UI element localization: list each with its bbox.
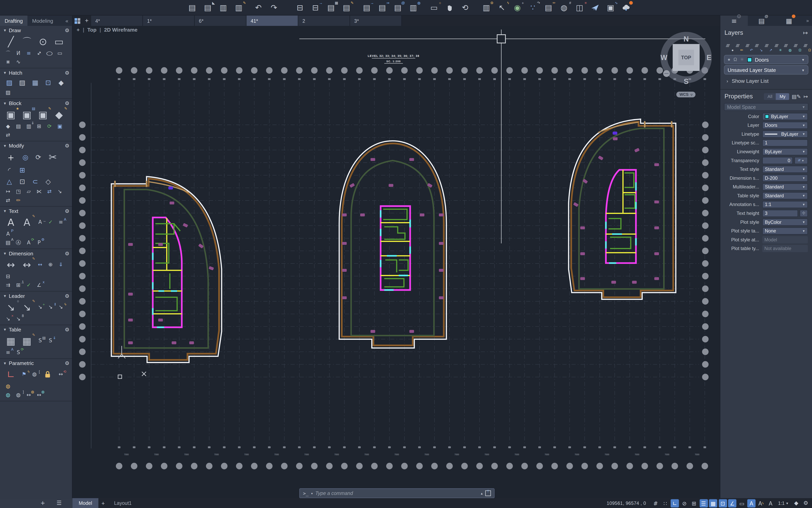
- gear-icon[interactable]: ⚙: [65, 143, 71, 149]
- new-drawing-button[interactable]: +: [82, 17, 91, 25]
- property-select[interactable]: Standard▼: [762, 166, 808, 173]
- layers-tab-icon[interactable]: ≡ⓘ: [729, 15, 739, 26]
- gear-icon[interactable]: ⚙: [65, 208, 71, 214]
- graphics-performance-icon[interactable]: ◆: [792, 499, 800, 507]
- ellipse-icon[interactable]: ○: [44, 49, 55, 57]
- quick-select-icon[interactable]: ↖ϟ: [496, 2, 507, 13]
- collapse-caret-icon[interactable]: ▼: [3, 294, 7, 298]
- drawing-tab-1[interactable]: 1*: [143, 15, 195, 26]
- transparency-slider[interactable]: 0: [762, 157, 793, 164]
- table-download-icon[interactable]: S⇓: [47, 337, 54, 344]
- hatch-set-icon[interactable]: ▨: [4, 88, 12, 96]
- layer-unisolate-icon[interactable]: ≡↗: [762, 41, 771, 51]
- show-layer-list[interactable]: › Show Layer List: [720, 76, 812, 86]
- left-plan-core[interactable]: [153, 217, 182, 327]
- cloud-upload-icon[interactable]: [621, 2, 632, 13]
- layer-lock-icon[interactable]: ≡Ω: [791, 41, 800, 51]
- collapse-caret-icon[interactable]: ▼: [3, 209, 7, 213]
- gear-icon[interactable]: ⚙: [65, 361, 71, 366]
- block-swap-icon[interactable]: ⇄: [4, 131, 12, 139]
- text-style-icon[interactable]: A_: [36, 218, 44, 226]
- collapse-caret-icon[interactable]: ▼: [3, 144, 7, 147]
- layout1-tab[interactable]: Layout1: [108, 498, 138, 508]
- swap-icon[interactable]: ⇄: [4, 196, 12, 204]
- copy-icon[interactable]: ◎: [20, 152, 31, 162]
- open-file-icon[interactable]: ▤◣: [202, 2, 214, 13]
- spell-check-icon[interactable]: ✓: [47, 218, 54, 226]
- add-panel-icon[interactable]: +: [41, 500, 45, 506]
- join-icon[interactable]: ⇄: [46, 187, 53, 195]
- command-share-icon[interactable]: ↑: [485, 491, 491, 496]
- reference-manager-icon[interactable]: ◫≡: [574, 2, 585, 13]
- text-export-icon[interactable]: ▤A: [4, 239, 12, 247]
- multiline-icon[interactable]: ≡: [25, 49, 33, 57]
- lengthen-icon[interactable]: ↦: [4, 187, 12, 195]
- center-plan-wall[interactable]: [342, 143, 444, 345]
- polyline-icon[interactable]: И: [14, 49, 22, 57]
- viewcube-south[interactable]: S: [684, 77, 688, 86]
- gear-icon[interactable]: ⚙: [65, 293, 71, 299]
- collapse-caret-icon[interactable]: ▼: [3, 252, 7, 255]
- command-input[interactable]: Type a command: [315, 491, 478, 496]
- property-input[interactable]: 1: [762, 139, 808, 146]
- layer-isolate-icon[interactable]: ≡↘: [752, 41, 761, 51]
- print-icon[interactable]: ⊟: [294, 2, 306, 13]
- viewcube-north[interactable]: N: [683, 35, 689, 43]
- references-tab-icon[interactable]: ▤@: [756, 15, 767, 26]
- explode-icon[interactable]: ◇: [43, 176, 53, 186]
- model-space-view[interactable]: 7000700070007000700070007000700070007000…: [73, 26, 720, 498]
- measure-icon[interactable]: ↔: [34, 48, 45, 59]
- dynamic-input-icon[interactable]: ☰: [700, 499, 708, 507]
- gradient-icon[interactable]: ▦: [30, 77, 40, 87]
- layer-match-icon[interactable]: ≡✏: [733, 41, 742, 51]
- pan-icon[interactable]: [444, 2, 455, 13]
- mleader-align-icon[interactable]: ↘‖: [47, 303, 54, 311]
- annotation-visibility-icon[interactable]: A: [766, 499, 775, 507]
- layer-color-swatch[interactable]: [747, 57, 752, 62]
- hatch-icon[interactable]: ▨: [4, 77, 14, 87]
- drawing-tab-6[interactable]: 6*: [195, 15, 246, 26]
- center-plan-core[interactable]: [381, 206, 410, 290]
- drawing-tab-3[interactable]: 3*: [350, 15, 402, 26]
- line-icon[interactable]: ╱: [4, 35, 17, 48]
- undo-icon[interactable]: ↶: [253, 2, 264, 13]
- command-history-caret[interactable]: ▾: [311, 492, 313, 495]
- attribute-display-icon[interactable]: ▤: [14, 122, 22, 130]
- arc-icon[interactable]: ⌒: [20, 35, 34, 48]
- tab-modeling[interactable]: Modeling: [28, 15, 58, 26]
- viewcube-west[interactable]: W: [661, 53, 668, 61]
- table-export-icon[interactable]: S▤: [36, 337, 44, 344]
- units-icon[interactable]: ◍#: [558, 2, 570, 13]
- table-icon[interactable]: ▦: [4, 334, 17, 347]
- table-sync-icon[interactable]: S⟳: [14, 348, 22, 356]
- page-setup-icon[interactable]: ▤▦: [325, 2, 337, 13]
- filter-all-button[interactable]: All: [764, 93, 776, 100]
- dim-edit-icon[interactable]: ↔✎: [20, 258, 34, 271]
- layer-lock-icon[interactable]: Ω: [734, 57, 737, 62]
- object-isolate-icon[interactable]: ▭: [738, 499, 746, 507]
- geolocation-icon[interactable]: ◉＋: [512, 2, 523, 13]
- mirror-icon[interactable]: △: [4, 176, 14, 186]
- tool-palettes-icon[interactable]: ▥⚙: [481, 2, 492, 13]
- settings-icon[interactable]: ⚙: [802, 499, 810, 507]
- rotate-icon[interactable]: ⟳: [33, 152, 43, 162]
- dim-check-icon[interactable]: ✓: [25, 281, 33, 289]
- transparency-dropdown[interactable]: ≡▼: [795, 157, 808, 164]
- coincident-icon[interactable]: ∟: [4, 368, 17, 381]
- layer-freeze-icon[interactable]: ≡✳: [772, 41, 781, 51]
- viewport-add-button[interactable]: +: [77, 27, 80, 33]
- circle-icon[interactable]: ⊙: [36, 35, 50, 48]
- gear-icon[interactable]: ⚙: [65, 327, 71, 332]
- mleader-collect-icon[interactable]: ↘8: [14, 315, 22, 323]
- layer-on-icon[interactable]: ●: [728, 57, 730, 62]
- layer-unlock-icon[interactable]: ≡Ω: [801, 41, 810, 51]
- save-as-icon[interactable]: ▥✎: [233, 2, 244, 13]
- spline-icon[interactable]: ∿: [14, 58, 22, 66]
- gear-icon[interactable]: ⚙: [65, 70, 71, 76]
- collapse-caret-icon[interactable]: ▼: [3, 29, 7, 32]
- move-icon[interactable]: ＋: [4, 150, 17, 164]
- right-plan-core[interactable]: [606, 170, 636, 263]
- show-constraints-icon[interactable]: ◍[: [31, 371, 38, 378]
- offset-icon[interactable]: ⊂: [30, 176, 40, 186]
- grid-display-icon[interactable]: #: [651, 499, 660, 507]
